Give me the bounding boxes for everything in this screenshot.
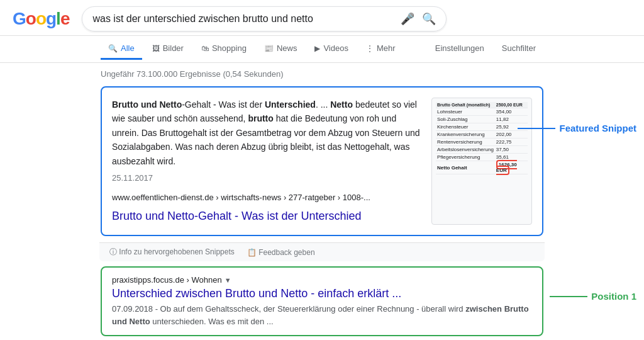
table-row: Rentenversicherung222,75: [436, 139, 528, 146]
featured-snippet-annotation: Featured Snippet: [518, 123, 636, 133]
header: Google 🎤 🔍: [0, 0, 644, 36]
snippet-info-text[interactable]: ⓘ Info zu hervorgehobenen Snippets: [109, 247, 235, 258]
annotation-line-blue: [518, 128, 555, 129]
feedback-text[interactable]: 📋 Feedback geben: [247, 248, 315, 257]
google-logo: Google: [13, 9, 69, 29]
snippet-feedback-bar: ⓘ Info zu hervorgehobenen Snippets 📋 Fee…: [99, 242, 545, 261]
tab-videos[interactable]: ▶ Videos: [307, 38, 356, 60]
search-input[interactable]: [92, 13, 401, 25]
tab-alle[interactable]: 🔍 Alle: [101, 38, 142, 60]
logo-l: l: [56, 9, 60, 28]
einstellungen-label: Einstellungen: [435, 43, 484, 53]
search-icon[interactable]: 🔍: [422, 12, 436, 26]
netto-value: 1626,30 EUR: [495, 161, 528, 174]
nav-tabs: 🔍 Alle 🖼 Bilder 🛍 Shopping 📰 News ▶ Vide…: [0, 36, 644, 63]
table-row: Lohnsteuer354,00: [436, 108, 528, 116]
netto-row: Netto Gehalt 1626,30 EUR: [436, 161, 528, 174]
position1-label: Position 1: [591, 291, 636, 302]
dropdown-arrow-icon[interactable]: ▼: [225, 276, 231, 284]
microphone-icon[interactable]: 🎤: [401, 12, 414, 26]
featured-snippet-label: Featured Snippet: [559, 123, 636, 133]
einstellungen-tab[interactable]: Einstellungen: [428, 38, 492, 60]
snippet-date: 25.11.2017: [112, 172, 421, 185]
result-title-link[interactable]: Unterschied zwischen Brutto und Netto - …: [112, 287, 532, 300]
result-desc-bold: zwischen Brutto und Netto: [112, 304, 529, 326]
position-1-result: praxistipps.focus.de › Wohnen ▼ Untersch…: [101, 266, 543, 336]
annotation-line-green: [550, 296, 587, 297]
tab-bilder[interactable]: 🖼 Bilder: [145, 38, 191, 60]
news-icon: 📰: [264, 44, 274, 53]
table-row: Krankenversicherung202,00: [436, 131, 528, 139]
table-row: Arbeitslosenversicherung37,50: [436, 146, 528, 154]
tab-shopping[interactable]: 🛍 Shopping: [194, 38, 254, 60]
logo-e: e: [60, 9, 70, 28]
videos-icon: ▶: [314, 44, 320, 53]
table-col1-header: Brutto Gehalt (monatlich): [436, 102, 495, 108]
tab-shopping-label: Shopping: [212, 43, 247, 53]
table-row: Soli-Zuschlag11,82: [436, 116, 528, 123]
snippet-description: Brutto und Netto-Gehalt - Was ist der Un…: [112, 98, 421, 168]
tab-news[interactable]: 📰 News: [257, 38, 305, 60]
snippet-bold-4: brutto: [248, 113, 273, 123]
result-url-text: praxistipps.focus.de › Wohnen: [112, 275, 222, 285]
logo-o1: o: [26, 9, 36, 28]
position1-annotation: Position 1: [550, 291, 636, 302]
suchfilter-tab[interactable]: Suchfilter: [494, 38, 543, 60]
logo-g2: g: [46, 9, 56, 28]
snippet-bold-1: Brutto und Netto: [112, 99, 182, 110]
table-col2-header: 2500,00 EUR: [495, 102, 528, 108]
table-row: Kirchensteuer25,92: [436, 123, 528, 131]
snippet-text: Brutto und Netto-Gehalt - Was ist der Un…: [112, 98, 421, 225]
shopping-icon: 🛍: [201, 44, 209, 53]
suchfilter-label: Suchfilter: [502, 43, 536, 53]
snippet-link[interactable]: Brutto und Netto-Gehalt - Was ist der Un…: [112, 207, 421, 225]
snippet-bold-2: Unterschied: [265, 99, 316, 110]
results-area: Ungefähr 73.100.000 Ergebnisse (0,54 Sek…: [0, 63, 644, 340]
result-url: praxistipps.focus.de › Wohnen ▼: [112, 275, 532, 285]
results-count: Ungefähr 73.100.000 Ergebnisse (0,54 Sek…: [101, 69, 543, 79]
alle-icon: 🔍: [108, 44, 118, 53]
tab-videos-label: Videos: [323, 43, 348, 53]
tab-bilder-label: Bilder: [163, 43, 184, 53]
tab-alle-label: Alle: [121, 43, 135, 53]
snippet-url: www.oeffentlichen-dienst.de › wirtschaft…: [112, 191, 421, 205]
snippet-table-image: Brutto Gehalt (monatlich) 2500,00 EUR Lo…: [431, 98, 532, 225]
tab-news-label: News: [277, 43, 297, 53]
snippet-bold-3: Netto: [330, 99, 353, 110]
tab-mehr[interactable]: ⋮ Mehr: [358, 38, 403, 60]
mehr-icon: ⋮: [366, 44, 374, 53]
logo-o2: o: [36, 9, 46, 28]
tab-mehr-label: Mehr: [377, 43, 396, 53]
search-icons: 🎤 🔍: [401, 12, 436, 26]
search-bar: 🎤 🔍: [82, 6, 447, 31]
logo-g: G: [13, 9, 26, 28]
result-description: 07.09.2018 - Ob auf dem Gehaltsscheck, d…: [112, 303, 532, 327]
brutto-netto-table: Brutto Gehalt (monatlich) 2500,00 EUR Lo…: [436, 102, 528, 174]
bilder-icon: 🖼: [152, 44, 160, 53]
netto-label: Netto Gehalt: [436, 161, 495, 174]
featured-snippet: Brutto und Netto-Gehalt - Was ist der Un…: [101, 86, 543, 236]
nav-right: Einstellungen Suchfilter: [428, 38, 543, 60]
